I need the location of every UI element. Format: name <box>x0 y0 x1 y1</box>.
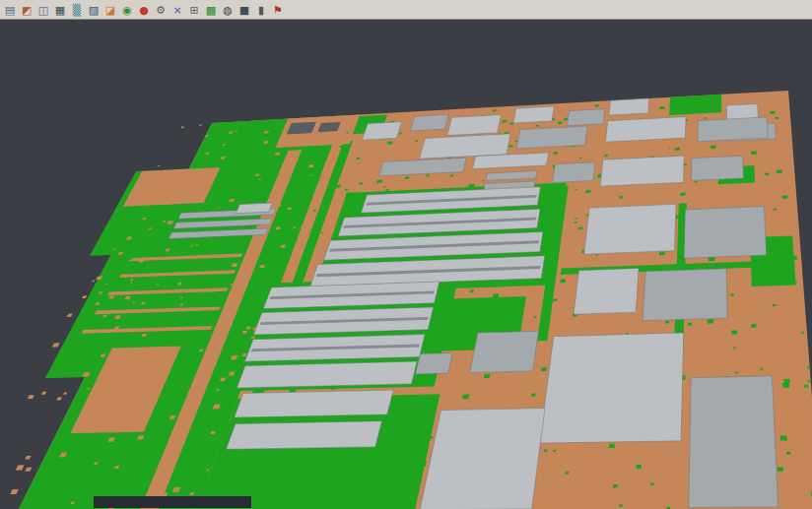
building-footprint <box>584 204 676 254</box>
speckle <box>637 465 642 469</box>
speckle <box>761 368 764 370</box>
speckle <box>773 304 777 306</box>
point-cloud-icon[interactable]: ▒ <box>69 2 85 18</box>
building-footprint <box>643 269 727 321</box>
dark-view-icon[interactable]: ■ <box>237 2 252 18</box>
open-file-icon[interactable]: ◩ <box>19 2 34 18</box>
speckle <box>28 395 34 399</box>
building-footprint <box>516 126 587 149</box>
new-project-icon[interactable]: ▤ <box>2 2 18 18</box>
speckle <box>575 189 576 190</box>
speckle <box>407 360 410 362</box>
speckle <box>575 222 577 223</box>
speckle <box>777 169 782 173</box>
speckle <box>534 316 537 318</box>
speckle <box>780 436 787 441</box>
speckle <box>665 321 669 324</box>
speckle <box>546 232 552 235</box>
stop-icon[interactable]: ● <box>136 2 152 18</box>
speckle <box>544 450 548 453</box>
speckle <box>554 257 559 260</box>
speckle <box>52 343 60 347</box>
save-icon[interactable]: ◫ <box>35 2 51 18</box>
speckle <box>579 158 582 159</box>
building-footprint <box>574 268 639 314</box>
main-toolbar: ▤◩◫▦▒▨◪◉●⚙×⊞▩◍■▮⚑ <box>0 0 812 20</box>
speckle <box>426 174 430 176</box>
speckle <box>470 290 475 293</box>
speckle <box>808 380 811 382</box>
building-footprint <box>567 109 604 126</box>
speckle <box>542 274 548 278</box>
speckle <box>807 366 810 368</box>
speckle <box>782 383 789 388</box>
speckle <box>419 461 427 466</box>
speckle <box>668 148 670 149</box>
classify-icon[interactable]: ◉ <box>119 2 135 18</box>
speckle <box>450 175 454 177</box>
speckle <box>783 379 789 383</box>
speckle <box>704 117 707 119</box>
layers-icon[interactable]: ▦ <box>52 2 68 18</box>
speckle <box>585 190 590 193</box>
speckle <box>468 255 474 258</box>
speckle <box>468 184 474 188</box>
speckle <box>541 367 547 371</box>
settings-icon[interactable]: ⚙ <box>153 2 169 18</box>
speckle <box>731 330 737 334</box>
speckle <box>782 196 788 200</box>
speckle <box>92 281 95 283</box>
speckle <box>787 271 793 275</box>
building-footprint <box>692 156 744 180</box>
viewport-3d-scene[interactable] <box>0 0 812 509</box>
app-window: ▤◩◫▦▒▨◪◉●⚙×⊞▩◍■▮⚑ <box>0 0 812 509</box>
speckle <box>596 255 598 256</box>
speckle <box>462 395 469 400</box>
speckle <box>361 469 365 471</box>
histogram-icon[interactable]: ▮ <box>253 2 269 18</box>
viewport-canvas[interactable] <box>0 0 812 509</box>
speckle <box>613 484 618 488</box>
building-footprint <box>237 361 417 388</box>
building-footprint <box>513 106 554 123</box>
speckle <box>509 123 513 125</box>
building-footprint <box>540 333 684 443</box>
vegetation-patch <box>669 95 721 115</box>
globe-icon[interactable]: ◍ <box>220 2 236 18</box>
speckle <box>25 468 32 472</box>
grid-green-icon[interactable]: ▩ <box>203 2 219 18</box>
speckle <box>553 450 556 452</box>
speckle <box>735 372 738 374</box>
window-icon[interactable]: ⊞ <box>186 2 202 18</box>
speckle <box>502 120 507 123</box>
speckle <box>25 456 31 460</box>
speckle <box>751 324 757 328</box>
speckle <box>558 122 563 125</box>
speckle <box>402 456 409 461</box>
terrain-icon[interactable]: ◪ <box>102 2 118 18</box>
speckle <box>786 452 790 455</box>
building-footprint <box>609 98 649 115</box>
flag-icon[interactable]: ⚑ <box>270 2 286 18</box>
speckle <box>484 374 490 378</box>
building-footprint <box>600 156 684 186</box>
speckle <box>686 98 691 101</box>
building-footprint <box>605 117 686 143</box>
speckle <box>426 414 433 417</box>
speckle <box>801 332 804 334</box>
speckle <box>406 426 414 431</box>
building-footprint <box>227 421 382 450</box>
delete-icon[interactable]: × <box>169 2 185 18</box>
speckle <box>619 196 623 199</box>
building-footprint <box>416 353 453 374</box>
speckle <box>63 393 67 395</box>
speckle <box>776 117 779 119</box>
speckle <box>794 281 797 283</box>
speckle <box>733 348 736 350</box>
building-footprint <box>689 376 778 508</box>
building-footprint <box>470 331 539 372</box>
building-footprint <box>553 162 595 183</box>
speckle <box>778 467 783 471</box>
stripes-layer-icon[interactable]: ▨ <box>86 2 102 18</box>
speckle <box>659 106 664 109</box>
